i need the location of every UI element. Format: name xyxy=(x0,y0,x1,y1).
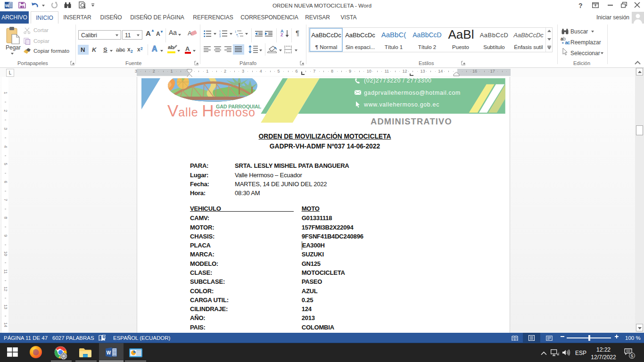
svg-text:i: i xyxy=(238,35,238,37)
svg-text:W: W xyxy=(107,350,111,355)
svg-text:3: 3 xyxy=(219,35,221,37)
